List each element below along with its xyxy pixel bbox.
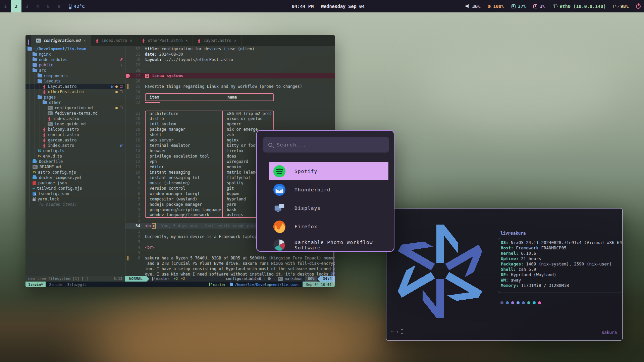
- tree-item-yarn.lock[interactable]: yarn.lock: [25, 196, 125, 202]
- tree-item-tsconfig.json[interactable]: TStsconfig.json: [25, 191, 125, 196]
- editor-tab-otherPost.astro[interactable]: otherPost.astro×: [137, 35, 193, 46]
- line-number: 25: [130, 84, 140, 89]
- tree-item-public[interactable]: public?: [25, 62, 125, 68]
- tree-item-nginx[interactable]: nginx: [25, 52, 125, 57]
- tab-label: configuration.md: [44, 38, 81, 43]
- launcher-item-thunderbird[interactable]: Thunderbird: [269, 181, 388, 199]
- launcher-item-displays[interactable]: Displays: [269, 199, 388, 217]
- app-launcher: Search... SpotifyThunderbirdDisplaysFire…: [256, 130, 394, 252]
- launcher-search-field[interactable]: Search...: [263, 137, 389, 153]
- battery-icon: ϟ: [613, 5, 618, 8]
- prompt-path: ~: [391, 329, 394, 334]
- tree-item-label: tone-guide.md: [55, 122, 86, 126]
- tree-item-astro.config.mjs[interactable]: JSastro.config.mjs: [25, 170, 125, 175]
- tree-item-package.json[interactable]: package.json: [25, 180, 125, 186]
- network-value: eth0 (10.0.0.140): [559, 4, 606, 9]
- close-icon[interactable]: ×: [130, 38, 132, 43]
- cursor-position: 34:4: [320, 276, 335, 282]
- astro-icon: [43, 138, 46, 142]
- fetch-key: OS: [501, 240, 506, 245]
- tree-item-fediverse-terms.md[interactable]: M↓fediverse-terms.md: [25, 111, 125, 116]
- frontmatter-value: 2024-08-30: [157, 52, 183, 57]
- line-number: 3: [130, 207, 140, 212]
- workspace-button-9[interactable]: 9: [54, 0, 64, 12]
- network-indicator[interactable]: eth0 (10.0.0.140): [552, 4, 606, 9]
- close-icon[interactable]: ×: [84, 38, 86, 43]
- brightness-indicator[interactable]: ⚙100%: [488, 3, 504, 9]
- error-diagnostic: E: [120, 58, 122, 62]
- tree-item-pages[interactable]: pages: [25, 95, 125, 100]
- launcher-item-darktable[interactable]: Darktable Photo Workflow Software: [269, 236, 388, 252]
- palette-dot: [533, 301, 536, 304]
- close-icon[interactable]: ×: [234, 38, 236, 43]
- cpu-value: 37%: [518, 4, 526, 9]
- tmux-statusbar: 1:nvim* 2:node- 3:lazygit master /home/l…: [25, 282, 335, 287]
- tree-item-env.d.ts[interactable]: TSenv.d.ts: [25, 154, 125, 159]
- editor-tab-configuration.md[interactable]: M↓configuration.md×: [31, 35, 91, 46]
- frontmatter-key: title:: [145, 47, 159, 51]
- tree-item-layouts[interactable]: layouts: [25, 78, 125, 84]
- palette-dot: [527, 301, 530, 304]
- body-text: ove. I use Nix when I need software with…: [145, 272, 331, 276]
- table-cell-name: nixos or gentoo: [223, 116, 263, 121]
- tree-item-README.md[interactable]: M↓README.md: [25, 164, 125, 170]
- battery-value: 98%: [621, 4, 629, 9]
- tree-item-index.astro[interactable]: index.astro: [25, 116, 125, 121]
- workspace-button-2[interactable]: 2: [11, 0, 21, 12]
- tree-item-node_modules[interactable]: node_modulesE: [25, 57, 125, 62]
- tree-item-balcony.astro[interactable]: balcony.astro: [25, 127, 125, 132]
- tree-item-other[interactable]: other: [25, 100, 125, 105]
- body-text: sakura has a Ryzen 5 7640U, 32GB of DDR5…: [145, 256, 335, 260]
- tree-item-docker-compose.yml[interactable]: docker-compose.yml: [25, 175, 125, 180]
- launcher-item-spotify[interactable]: Spotify: [269, 162, 388, 180]
- tree-item-6hiddenitems[interactable]: (6 hidden items): [25, 202, 125, 207]
- editor-tab-Layout.astro[interactable]: Layout.astro×: [193, 35, 241, 46]
- tree-item-tone-guide.md[interactable]: M↓tone-guide.md: [25, 121, 125, 127]
- tree-item-label: src: [39, 68, 46, 73]
- git-modified: ~2: [181, 277, 185, 281]
- tree-item-configuration.md[interactable]: M↓configuration.md: [25, 105, 125, 111]
- battery-indicator[interactable]: ϟ98%: [613, 4, 629, 9]
- tree-item-components[interactable]: components: [25, 73, 125, 78]
- memory-indicator[interactable]: 3%: [533, 4, 545, 9]
- fetch-terminal-window: liv@sakura OS: NixOS 24.11.20240828.71e9…: [386, 208, 623, 341]
- tsconfig-icon: TS: [33, 192, 36, 196]
- tree-item-contact.astro[interactable]: contact.astro: [25, 132, 125, 137]
- tree-item-markers: H: [120, 143, 122, 148]
- markdown-icon: M↓: [48, 111, 53, 115]
- cpu-indicator[interactable]: 37%: [512, 4, 526, 9]
- launcher-item-firefox[interactable]: Firefox: [269, 218, 388, 236]
- tree-item-label: otherPost.astro: [48, 89, 84, 94]
- editor-tab-index.astro[interactable]: index.astro×: [91, 35, 137, 46]
- line-number: 30: [130, 57, 140, 62]
- fetch-key: Host: [501, 245, 511, 251]
- tree-item-otherPost.astro[interactable]: otherPost.astro: [25, 89, 125, 95]
- body-text: ion. I have a setup consisting of Hyprla…: [145, 266, 335, 271]
- tree-item-Developmentliv.town[interactable]: ~/Development/liv.town: [25, 46, 125, 52]
- tree-item-Layout.astro[interactable]: Layout.astroH: [25, 84, 125, 89]
- tree-item-config.ts[interactable]: TSconfig.ts: [25, 148, 125, 154]
- terminal-color-palette: [500, 301, 541, 304]
- table-cell-name: zsh: [223, 132, 234, 137]
- tree-item-Dockerfile[interactable]: Dockerfile: [25, 159, 125, 164]
- tree-item-garden.astro[interactable]: garden.astro: [25, 137, 125, 143]
- power-button[interactable]: [636, 4, 641, 9]
- volume-indicator[interactable]: 36%: [466, 4, 480, 9]
- close-icon[interactable]: ×: [185, 38, 188, 43]
- workspace-button-8[interactable]: 8: [43, 0, 54, 12]
- tmux-window-active[interactable]: 1:nvim*: [25, 282, 46, 287]
- workspace-button-4[interactable]: 4: [32, 0, 43, 12]
- folder-icon: [230, 283, 233, 286]
- astro-icon: [43, 90, 46, 94]
- astro-icon: [96, 39, 99, 43]
- tree-item-tailwind.config.mjs[interactable]: ~tailwind.config.mjs: [25, 186, 125, 191]
- tree-item-src[interactable]: src: [25, 68, 125, 73]
- js-icon: JS: [33, 171, 36, 174]
- shell-prompt[interactable]: ~ ›: [391, 329, 403, 334]
- tab-label: otherPost.astro: [148, 38, 183, 43]
- tmux-window[interactable]: 2:node-: [49, 283, 64, 287]
- tmux-window[interactable]: 3:lazygit: [67, 283, 87, 287]
- workspace-button-1[interactable]: 1: [0, 0, 11, 12]
- tree-item-index.astro[interactable]: index.astroH: [25, 143, 125, 148]
- workspace-button-3[interactable]: 3: [21, 0, 32, 12]
